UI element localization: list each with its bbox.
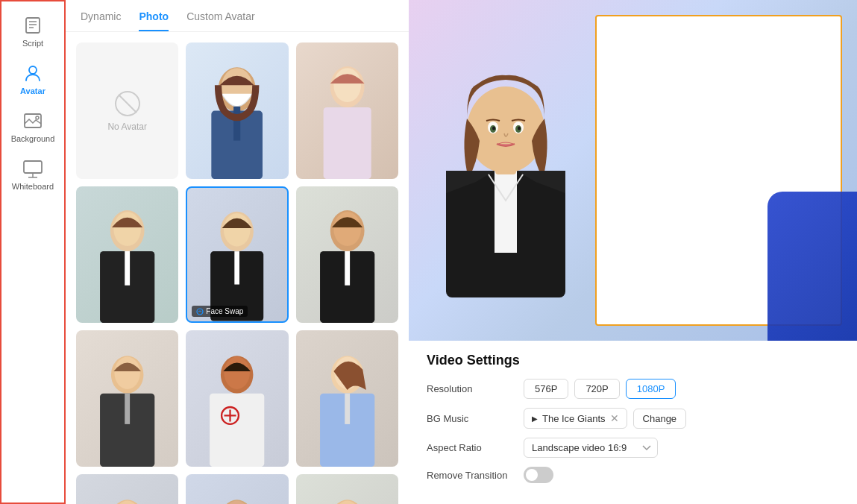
res-720p-btn[interactable]: 720P: [574, 379, 619, 399]
svg-rect-0: [26, 18, 40, 33]
sidebar-background-label: Background: [11, 134, 55, 143]
avatar-grid: No Avatar: [66, 32, 409, 504]
svg-rect-15: [233, 107, 240, 141]
tab-dynamic[interactable]: Dynamic: [81, 10, 121, 31]
avatar-figure-5: [187, 188, 286, 321]
remove-transition-row: Remove Transition: [427, 467, 839, 483]
svg-rect-35: [125, 394, 130, 424]
svg-line-11: [119, 95, 136, 113]
avatar-card-4[interactable]: [76, 186, 178, 323]
face-swap-label: Face Swap: [206, 307, 243, 315]
remove-transition-label: Remove Transition: [427, 470, 524, 481]
svg-point-60: [467, 86, 544, 173]
preview-blue-decoration: [767, 192, 857, 341]
music-play-icon[interactable]: ▶: [532, 415, 538, 423]
resolution-buttons: 576P 720P 1080P: [524, 379, 676, 399]
svg-rect-37: [210, 394, 264, 467]
tab-bar: Dynamic Photo Custom Avatar: [66, 0, 409, 32]
script-icon: [22, 15, 43, 36]
avatar-card-2[interactable]: [186, 42, 288, 179]
no-avatar-icon: [114, 90, 141, 117]
avatar-figure-4: [76, 186, 178, 323]
res-576p-btn[interactable]: 576P: [524, 379, 568, 399]
whiteboard-icon: [22, 158, 43, 179]
avatar-card-9[interactable]: [296, 330, 398, 467]
avatar-preview-main: [424, 44, 588, 297]
svg-rect-7: [24, 161, 42, 173]
resolution-row: Resolution 576P 720P 1080P: [427, 379, 839, 399]
svg-point-27: [197, 309, 203, 315]
aspect-ratio-row: Aspect Ratio Landscape video 16:9 Portra…: [427, 438, 839, 458]
svg-rect-31: [345, 251, 350, 286]
svg-point-4: [29, 66, 37, 74]
avatar-icon: [22, 63, 43, 84]
right-panel: Video Settings Resolution 576P 720P 1080…: [409, 0, 857, 504]
avatar-card-10[interactable]: [76, 474, 178, 504]
video-settings: Video Settings Resolution 576P 720P 1080…: [409, 341, 857, 504]
avatar-figure-8: [186, 330, 288, 467]
sidebar-whiteboard-label: Whiteboard: [12, 182, 54, 191]
svg-rect-45: [345, 394, 350, 424]
sidebar-item-whiteboard[interactable]: Whiteboard: [1, 151, 64, 198]
avatar-card-8[interactable]: [186, 330, 288, 467]
avatar-figure-9: [296, 330, 398, 467]
music-title: The Ice Giants: [542, 413, 606, 424]
svg-rect-26: [235, 251, 240, 284]
svg-rect-17: [323, 107, 371, 179]
sidebar: Script Avatar Background Whiteboard: [0, 0, 66, 504]
avatar-card-5-selected[interactable]: Face Swap: [186, 186, 288, 323]
avatar-figure-6: [296, 186, 398, 323]
music-close-btn[interactable]: ✕: [610, 412, 619, 424]
toggle-slider: [524, 467, 553, 483]
music-change-btn[interactable]: Change: [633, 409, 687, 429]
tab-photo[interactable]: Photo: [139, 10, 169, 31]
sidebar-avatar-label: Avatar: [20, 86, 45, 95]
resolution-label: Resolution: [427, 383, 524, 394]
avatar-panel: Dynamic Photo Custom Avatar No Avatar: [66, 0, 409, 504]
sidebar-script-label: Script: [22, 39, 43, 48]
avatar-figure-3: [296, 42, 398, 179]
aspect-ratio-label: Aspect Ratio: [427, 442, 524, 453]
sidebar-item-avatar[interactable]: Avatar: [1, 55, 64, 103]
remove-transition-toggle[interactable]: [524, 467, 553, 483]
sidebar-item-script[interactable]: Script: [1, 7, 64, 55]
face-swap-icon: [196, 308, 204, 315]
bg-music-label: BG Music: [427, 413, 524, 424]
svg-point-6: [36, 116, 39, 119]
main-content: Dynamic Photo Custom Avatar No Avatar: [66, 0, 857, 504]
svg-rect-22: [125, 251, 130, 286]
face-swap-badge: Face Swap: [192, 306, 248, 317]
no-avatar-content: No Avatar: [76, 42, 178, 179]
res-1080p-btn[interactable]: 1080P: [626, 379, 677, 399]
svg-point-21: [113, 212, 141, 246]
avatar-card-7[interactable]: [76, 330, 178, 467]
aspect-ratio-select[interactable]: Landscape video 16:9 Portrait video 9:16…: [524, 438, 658, 458]
sidebar-item-background[interactable]: Background: [1, 103, 64, 151]
avatar-figure-7: [76, 330, 178, 467]
avatar-card-6[interactable]: [296, 186, 398, 323]
bg-music-row: BG Music ▶ The Ice Giants ✕ Change: [427, 408, 839, 429]
background-icon: [22, 110, 43, 131]
svg-point-38: [225, 357, 250, 389]
avatar-preview-figure: [424, 44, 588, 297]
avatar-figure-10: [76, 474, 178, 504]
svg-point-34: [114, 357, 139, 389]
tab-custom-avatar[interactable]: Custom Avatar: [186, 10, 255, 31]
svg-point-66: [518, 126, 521, 130]
music-control: ▶ The Ice Giants ✕: [524, 408, 627, 429]
avatar-card-no-avatar[interactable]: No Avatar: [76, 42, 178, 179]
avatar-card-3[interactable]: [296, 42, 398, 179]
no-avatar-label: No Avatar: [107, 122, 146, 132]
avatar-figure-2: [186, 42, 288, 179]
svg-point-18: [333, 68, 361, 102]
svg-point-65: [492, 126, 495, 130]
avatar-figure-12: [296, 474, 398, 504]
video-settings-title: Video Settings: [427, 353, 839, 368]
avatar-card-12[interactable]: VIP: [296, 474, 398, 504]
avatar-figure-11: [186, 474, 288, 504]
avatar-card-11[interactable]: [186, 474, 288, 504]
video-preview: [409, 0, 857, 341]
